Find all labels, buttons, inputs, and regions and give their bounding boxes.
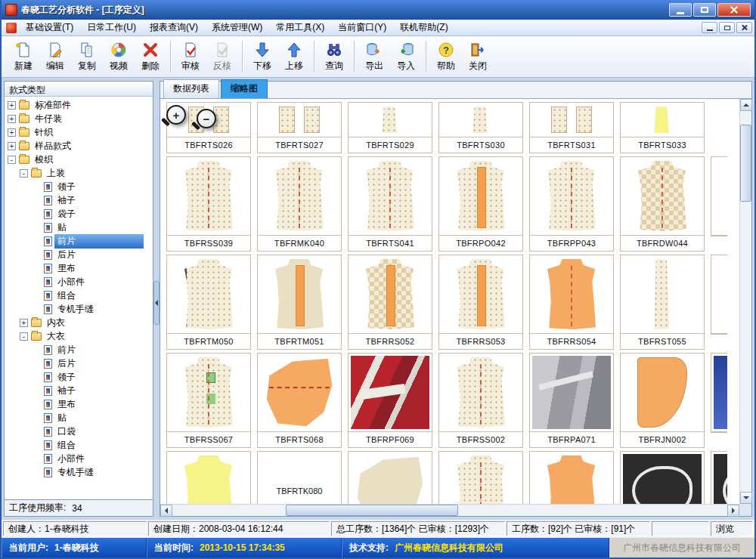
child-window-icon[interactable] — [6, 23, 17, 33]
tree-item-领子[interactable]: 领子 — [5, 180, 153, 193]
thumbnail-TBFRPP043[interactable]: TBFRPP043 — [526, 155, 617, 253]
tree-item-牛仔装[interactable]: +牛仔装 — [5, 112, 153, 125]
thumbnail-TBFRPA071[interactable]: TBFRPA071 — [526, 351, 617, 449]
tree-item-前片[interactable]: 前片 — [5, 343, 153, 357]
close-button[interactable] — [717, 3, 751, 17]
tree-item-小部件[interactable]: 小部件 — [5, 452, 153, 465]
expand-icon[interactable]: + — [8, 128, 16, 137]
tree-item-专机手缝[interactable]: 专机手缝 — [5, 465, 153, 479]
scroll-left-button[interactable] — [160, 505, 172, 517]
toolbar-button-video[interactable]: 视频 — [103, 39, 135, 75]
tree-item-梭织[interactable]: -梭织 — [5, 153, 153, 166]
thumbnail-TBFRRS054[interactable]: TBFRRS054 — [526, 253, 617, 351]
toolbar-button-import[interactable]: 导入 — [390, 39, 422, 75]
tree-item-袋子[interactable]: 袋子 — [5, 207, 153, 221]
tree-item-后片[interactable]: 后片 — [5, 248, 153, 261]
tree-item-标准部件[interactable]: +标准部件 — [5, 98, 153, 112]
tree-item-领子[interactable]: 领子 — [5, 370, 153, 384]
tree-item-贴[interactable]: 贴 — [5, 221, 153, 234]
collapse-icon[interactable]: - — [20, 169, 28, 178]
thumbnail-TBFRRS052[interactable]: TBFRRS052 — [345, 253, 435, 351]
tree-item-里布[interactable]: 里布 — [5, 397, 153, 411]
expand-icon[interactable]: + — [8, 101, 16, 110]
vertical-scroll-thumb[interactable] — [740, 125, 751, 202]
tree-item-组合[interactable]: 组合 — [5, 438, 153, 452]
toolbar-button-reverse-audit[interactable]: 反核 — [206, 39, 238, 75]
thumbnail-TBFRMK040[interactable]: TBFRMK040 — [254, 155, 345, 253]
tree-item-里布[interactable]: 里布 — [5, 261, 153, 275]
menu-item[interactable]: 基础设置(T) — [19, 19, 80, 36]
menu-item[interactable]: 报表查询(V) — [143, 19, 205, 36]
zoom-out-button[interactable]: − — [197, 109, 216, 128]
thumbnail-partial[interactable] — [708, 253, 727, 351]
tree-item-大衣[interactable]: -大衣 — [5, 329, 153, 343]
thumbnail-TBFRDW044[interactable]: TBFRDW044 — [617, 155, 708, 253]
toolbar-button-search[interactable]: 查询 — [318, 39, 350, 75]
thumbnail-TBFRSS002[interactable]: TBFRSS002 — [435, 351, 526, 449]
menu-item[interactable]: 日常工作(U) — [80, 19, 143, 36]
mdi-close-button[interactable] — [736, 22, 752, 33]
toolbar-button-move-down[interactable]: 下移 — [246, 39, 278, 75]
tab-data-list[interactable]: 数据列表 — [163, 79, 219, 98]
thumbnail-partial[interactable] — [708, 155, 727, 253]
thumbnail-partial[interactable] — [708, 449, 727, 504]
tree-item-针织[interactable]: +针织 — [5, 125, 153, 139]
restore-button[interactable] — [693, 3, 716, 17]
zoom-in-button[interactable]: + — [166, 105, 186, 125]
expand-icon[interactable]: + — [8, 115, 16, 123]
thumbnail-TBFRTS068[interactable]: TBFRTS068 — [254, 351, 345, 449]
collapse-icon[interactable]: - — [20, 332, 28, 341]
thumbnail-TBFRTS030[interactable]: TBFRTS030 — [435, 100, 526, 155]
tree-item-样品款式[interactable]: +样品款式 — [5, 139, 153, 153]
vertical-scrollbar[interactable] — [739, 99, 751, 504]
toolbar-button-new[interactable]: 新建 — [8, 39, 39, 75]
tree-item-袖子[interactable]: 袖子 — [5, 193, 153, 207]
scroll-up-button[interactable] — [740, 99, 752, 111]
menu-item[interactable]: 当前窗口(Y) — [331, 19, 393, 36]
tree-item-袖子[interactable]: 袖子 — [5, 384, 153, 397]
thumbnail-TBFRTS027[interactable]: TBFRTS027 — [254, 100, 345, 155]
toolbar-button-audit[interactable]: 审核 — [175, 39, 206, 75]
tree-item-后片[interactable]: 后片 — [5, 357, 153, 370]
toolbar-button-move-up[interactable]: 上移 — [278, 39, 310, 75]
collapse-icon[interactable]: - — [8, 156, 16, 164]
thumbnail-TBFRSS067[interactable]: TBFRSS067 — [163, 351, 254, 449]
menu-item[interactable]: 系统管理(W) — [205, 19, 269, 36]
splitter[interactable] — [153, 81, 160, 517]
minimize-button[interactable] — [669, 3, 692, 17]
tree-item-上装[interactable]: -上装 — [5, 166, 153, 180]
mdi-minimize-button[interactable] — [702, 22, 717, 33]
thumbnail-partial[interactable] — [435, 449, 526, 504]
scroll-down-button[interactable] — [740, 492, 752, 504]
thumbnail-TBFRTS033[interactable]: TBFRTS033 — [617, 100, 708, 155]
thumbnail-partial[interactable] — [163, 449, 254, 504]
expand-icon[interactable]: + — [8, 142, 16, 150]
tree-item-口袋[interactable]: 口袋 — [5, 425, 153, 438]
tree-item-内衣[interactable]: +内衣 — [5, 316, 153, 329]
thumbnail-partial[interactable] — [708, 351, 727, 449]
horizontal-scrollbar[interactable] — [160, 504, 739, 516]
thumbnail-TBFRTS029[interactable]: TBFRTS029 — [345, 100, 435, 155]
tree-item-贴[interactable]: 贴 — [5, 411, 153, 425]
tree-item-专机手缝[interactable]: 专机手缝 — [5, 302, 153, 316]
menu-item[interactable]: 联机帮助(Z) — [393, 19, 454, 36]
thumbnail-partial[interactable] — [345, 449, 435, 504]
thumbnail-TBFRTS041[interactable]: TBFRTS041 — [345, 155, 435, 253]
toolbar-button-edit[interactable]: 编辑 — [39, 39, 71, 75]
toolbar-button-export[interactable]: 导出 — [358, 39, 390, 75]
vertical-scroll-track[interactable] — [740, 111, 751, 492]
thumbnail-TBFRSS039[interactable]: TBFRSS039 — [163, 155, 254, 253]
toolbar-button-delete[interactable]: 删除 — [135, 39, 166, 75]
thumbnail-TBFRST055[interactable]: TBFRST055 — [617, 253, 708, 351]
thumbnail-TBFRTM050[interactable]: TBFRTM050 — [163, 253, 254, 351]
tree-item-前片[interactable]: 前片 — [5, 234, 153, 248]
toolbar-button-copy[interactable]: 复制 — [71, 39, 103, 75]
thumbnail-partial[interactable] — [617, 449, 708, 504]
horizontal-scroll-thumb[interactable] — [286, 505, 458, 516]
expand-icon[interactable]: + — [20, 319, 28, 327]
toolbar-button-help[interactable]: ?帮助 — [430, 39, 462, 75]
tree-item-小部件[interactable]: 小部件 — [5, 275, 153, 289]
toolbar-button-close[interactable]: 关闭 — [462, 39, 494, 75]
tree-item-组合[interactable]: 组合 — [5, 289, 153, 302]
thumbnail-TBFRTS031[interactable]: TBFRTS031 — [526, 100, 617, 155]
